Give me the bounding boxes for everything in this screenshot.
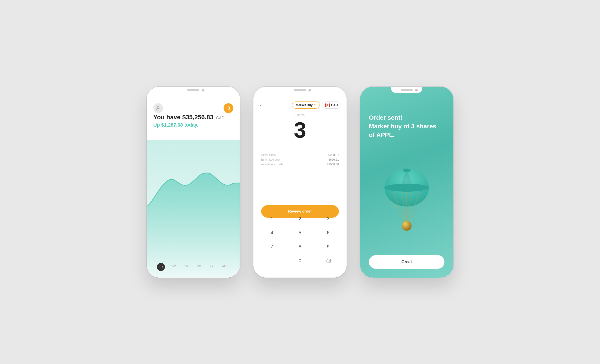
- chevron-down-icon: ▼: [314, 104, 316, 106]
- phone1-screen: You have $35,256.83 CAD Up $1,287.68 tod…: [147, 87, 240, 278]
- svg-rect-4: [325, 103, 327, 107]
- search-icon: [226, 106, 231, 110]
- phones-container: You have $35,256.83 CAD Up $1,287.68 tod…: [147, 87, 453, 278]
- filter-1m[interactable]: 1M: [182, 263, 191, 271]
- available-row: Available to trade $1000.00: [261, 163, 339, 166]
- numpad-row-3: 7 8 9: [258, 241, 342, 253]
- phone2-screen: ‹ Market Buy ▼ CAD: [253, 87, 347, 278]
- appl-price-value: $208.87: [328, 153, 339, 156]
- cad-label: CAD: [331, 103, 338, 107]
- filter-1w[interactable]: 1W: [169, 263, 178, 271]
- filter-all[interactable]: ALL: [220, 263, 230, 271]
- estimated-cost-row: Estimated cost $626.61: [261, 158, 339, 161]
- backspace-icon: [326, 259, 331, 263]
- time-filters: 1D 1W 1M 3M 1Y ALL: [147, 263, 240, 271]
- key-1[interactable]: 1: [263, 213, 281, 225]
- svg-line-2: [229, 109, 230, 110]
- phone-portfolio: You have $35,256.83 CAD Up $1,287.68 tod…: [147, 87, 240, 278]
- market-buy-button[interactable]: Market Buy ▼: [292, 101, 319, 109]
- market-buy-label: Market Buy: [296, 103, 312, 107]
- header-controls: Market Buy ▼ CAD: [292, 101, 341, 109]
- great-button[interactable]: Great: [369, 255, 444, 269]
- key-2[interactable]: 2: [291, 213, 309, 225]
- key-dot[interactable]: .: [263, 255, 281, 267]
- order-sent-title: Order sent!Market buy of 3 sharesof APPL…: [369, 113, 444, 139]
- canada-flag-icon: [325, 103, 330, 107]
- parachute-area: [360, 153, 453, 249]
- notch-speaker: [187, 89, 200, 91]
- appl-price-label: APPL Price: [261, 153, 276, 156]
- avatar-button[interactable]: [153, 103, 163, 113]
- balance-change: Up $1,287.68 today.: [153, 122, 233, 128]
- filter-1d[interactable]: 1D: [157, 263, 165, 271]
- numpad-row-1: 1 2 3: [258, 213, 342, 225]
- estimated-cost-value: $626.61: [328, 158, 339, 161]
- phone-order-sent: Order sent!Market buy of 3 sharesof APPL…: [360, 87, 453, 278]
- key-backspace[interactable]: [319, 255, 337, 267]
- key-6[interactable]: 6: [319, 227, 337, 239]
- filter-3m[interactable]: 3M: [195, 263, 203, 271]
- key-9[interactable]: 9: [319, 241, 337, 253]
- estimated-cost-label: Estimated cost: [261, 158, 280, 161]
- appl-price-row: APPL Price $208.87: [261, 153, 339, 156]
- svg-point-10: [403, 169, 411, 172]
- trade-details: APPL Price $208.87 Estimated cost $626.6…: [261, 153, 339, 167]
- back-button[interactable]: ‹: [259, 101, 263, 109]
- key-3[interactable]: 3: [319, 213, 337, 225]
- svg-rect-5: [329, 103, 330, 107]
- order-sent-section: Order sent!Market buy of 3 sharesof APPL…: [369, 113, 444, 139]
- numpad-row-4: . 0: [258, 255, 342, 267]
- phone3-screen: Order sent!Market buy of 3 sharesof APPL…: [360, 87, 453, 278]
- currency-label: CAD: [216, 116, 225, 120]
- numpad-row-2: 4 5 6: [258, 227, 342, 239]
- phone1-header: [147, 99, 240, 113]
- order-sent-background: Order sent!Market buy of 3 sharesof APPL…: [360, 87, 453, 278]
- key-7[interactable]: 7: [263, 241, 281, 253]
- svg-point-9: [384, 184, 429, 192]
- shares-value: 3: [253, 119, 347, 141]
- notch-camera: [202, 89, 205, 91]
- parachute-illustration: [380, 165, 433, 237]
- notch-camera: [309, 89, 311, 91]
- key-0[interactable]: 0: [291, 255, 309, 267]
- available-label: Available to trade: [261, 163, 283, 166]
- notch-speaker: [401, 89, 413, 91]
- notch-camera: [415, 89, 418, 91]
- key-4[interactable]: 4: [263, 227, 281, 239]
- balance-amount: You have $35,256.83 CAD: [153, 113, 233, 121]
- chart-svg: [147, 140, 240, 278]
- filter-1y[interactable]: 1Y: [207, 263, 216, 271]
- notch-speaker: [294, 89, 306, 91]
- available-value: $1000.00: [327, 163, 339, 166]
- key-8[interactable]: 8: [291, 241, 309, 253]
- shares-label: Shares: [253, 113, 347, 117]
- svg-point-0: [157, 106, 159, 108]
- user-icon: [156, 106, 161, 111]
- svg-point-1: [227, 107, 230, 109]
- balance-section: You have $35,256.83 CAD Up $1,287.68 tod…: [153, 113, 233, 128]
- payload-ball: [402, 221, 412, 231]
- search-button[interactable]: [224, 103, 233, 113]
- chart-area: [147, 140, 240, 278]
- phone-trade: ‹ Market Buy ▼ CAD: [253, 87, 347, 278]
- cad-button[interactable]: CAD: [322, 101, 341, 109]
- key-5[interactable]: 5: [291, 227, 309, 239]
- numpad: 1 2 3 4 5 6 7 8 9 . 0: [258, 213, 342, 269]
- trade-header: ‹ Market Buy ▼ CAD: [253, 98, 347, 112]
- chart-fill: [147, 173, 240, 277]
